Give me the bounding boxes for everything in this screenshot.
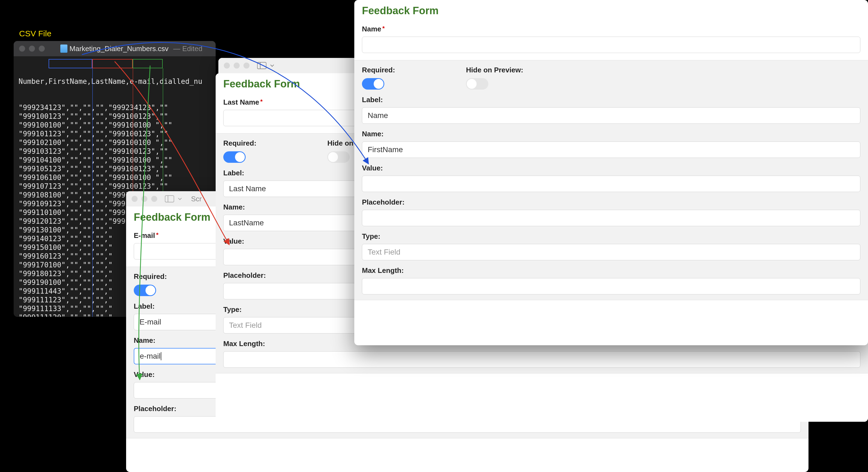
required-toggle[interactable] — [362, 78, 384, 90]
csv-header-row: Number,FirstName,LastName,e-mail,dialled… — [19, 77, 211, 86]
csv-filename: Marketing_Dialer_Numbers.csv — Edited — [70, 45, 203, 53]
sidebar-icon[interactable] — [257, 62, 267, 69]
required-toggle[interactable] — [134, 285, 156, 296]
required-label: Required: — [223, 139, 256, 148]
csv-row: "999234123","","","","999234123","" — [19, 103, 211, 112]
form-title: Feedback Form — [354, 0, 868, 19]
window-controls[interactable] — [131, 196, 157, 202]
csv-row: "999100100","","","","999100100 ","" — [19, 121, 211, 129]
sidebar-icon[interactable] — [165, 195, 174, 203]
value-label: Value: — [362, 164, 860, 172]
maxlen-input[interactable] — [223, 351, 860, 368]
csv-row: "999103123","","","","999100123","" — [19, 147, 211, 156]
svg-rect-0 — [257, 62, 267, 69]
zoom-icon[interactable] — [151, 196, 157, 202]
zoom-icon[interactable] — [39, 46, 45, 52]
csv-editor-titlebar[interactable]: Marketing_Dialer_Numbers.csv — Edited — [14, 41, 216, 56]
firstname-form-panel: Feedback Form Name* Required: Hide on Pr… — [354, 0, 868, 345]
csv-row: "999100123","","","","999100123","" — [19, 112, 211, 121]
csv-file-label: CSV File — [19, 29, 51, 38]
minimize-icon[interactable] — [234, 63, 240, 68]
firstname-highlight-box — [49, 59, 92, 68]
csv-row: "999101123","","","","999100123","" — [19, 129, 211, 138]
window-controls[interactable] — [19, 46, 45, 52]
hide-toggle[interactable] — [466, 78, 488, 90]
lastname-highlight-box — [92, 59, 133, 68]
minimize-icon[interactable] — [142, 196, 147, 202]
close-icon[interactable] — [131, 196, 137, 202]
csv-row: "999105123","","","","999100123","" — [19, 165, 211, 173]
maxlen-label: Max Length: — [362, 266, 860, 275]
maxlen-input[interactable] — [362, 278, 860, 294]
minimize-icon[interactable] — [29, 46, 35, 52]
name-field-label: Name* — [362, 25, 860, 33]
value-input[interactable] — [362, 176, 860, 192]
type-select[interactable]: Text Field — [362, 244, 860, 260]
window-controls[interactable] — [224, 63, 249, 68]
csv-row: "999104100","","","","999100100 ","" — [19, 156, 211, 165]
zoom-icon[interactable] — [244, 63, 249, 68]
chevron-down-icon[interactable] — [178, 197, 182, 201]
email-window-title: Scr — [191, 195, 202, 203]
svg-rect-2 — [165, 196, 174, 202]
hide-toggle[interactable] — [327, 151, 350, 163]
csv-row: "999102100","","","","999100100 ","" — [19, 138, 211, 147]
csv-row: "999107123","","","","999100123","" — [19, 182, 211, 191]
label-input[interactable]: Name — [362, 107, 860, 124]
label-label: Label: — [362, 96, 860, 104]
placeholder-input[interactable] — [362, 210, 860, 226]
chevron-down-icon[interactable] — [270, 63, 275, 68]
required-toggle[interactable] — [223, 151, 246, 163]
hide-label: Hide on Preview: — [466, 66, 523, 74]
placeholder-label: Placeholder: — [362, 198, 860, 206]
name-input-top[interactable] — [362, 37, 860, 53]
name-input[interactable]: FirstName — [362, 142, 860, 158]
csv-row: "999106100","","","","999100100 ","" — [19, 173, 211, 182]
file-icon — [60, 45, 67, 53]
firstname-guide-line — [92, 68, 93, 317]
name-label: Name: — [362, 130, 860, 138]
close-icon[interactable] — [224, 63, 230, 68]
required-label: Required: — [362, 66, 395, 74]
required-label: Required: — [134, 272, 167, 281]
email-highlight-box — [133, 59, 163, 68]
type-label: Type: — [362, 232, 860, 241]
close-icon[interactable] — [19, 46, 25, 52]
